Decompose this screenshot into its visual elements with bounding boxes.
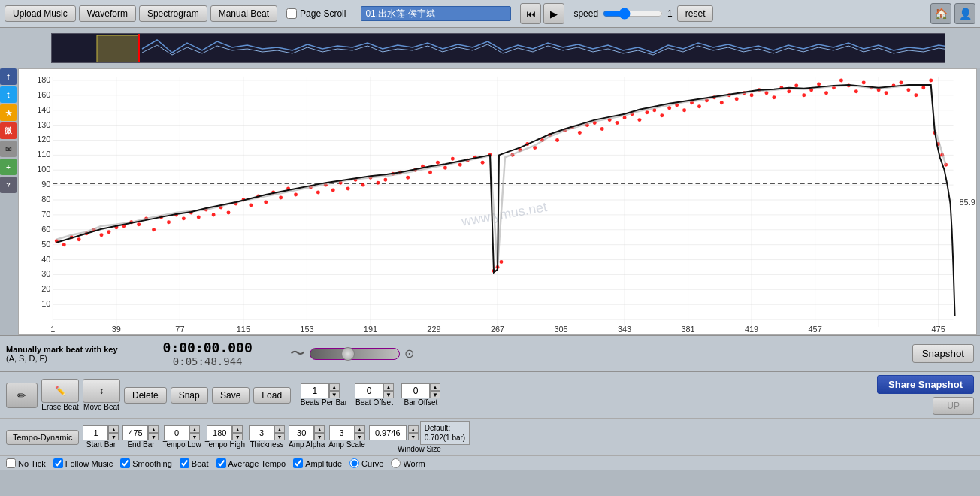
beat-offset-down[interactable]: ▼ bbox=[383, 391, 394, 398]
window-size-down[interactable]: ▼ bbox=[408, 433, 419, 440]
amp-scale-up[interactable]: ▲ bbox=[355, 425, 365, 433]
no-tick-checkbox[interactable] bbox=[6, 458, 16, 468]
amplitude-checkbox[interactable] bbox=[293, 458, 303, 468]
svg-point-142 bbox=[600, 127, 604, 131]
bar-offset-down[interactable]: ▼ bbox=[430, 391, 440, 398]
help-button[interactable]: ? bbox=[0, 177, 17, 193]
play-button[interactable]: ▶ bbox=[543, 3, 564, 24]
mail-button[interactable]: ✉ bbox=[0, 141, 17, 157]
beat-offset-group: ▲ ▼ Beat Offset bbox=[355, 383, 394, 407]
svg-text:267: 267 bbox=[491, 325, 504, 334]
svg-point-148 bbox=[645, 110, 649, 114]
beat-label[interactable]: Beat bbox=[180, 458, 209, 468]
speed-slider[interactable] bbox=[603, 8, 663, 20]
erase-beat-btn[interactable]: ✏️ bbox=[41, 379, 79, 403]
save-button[interactable]: Save bbox=[212, 387, 250, 404]
reset-button[interactable]: reset bbox=[677, 5, 714, 22]
thickness-label: Thickness bbox=[250, 440, 283, 449]
home-button[interactable]: 🏠 bbox=[930, 3, 951, 24]
weibo-button[interactable]: 微 bbox=[0, 122, 17, 139]
tempo-high-input[interactable] bbox=[207, 425, 232, 440]
start-bar-up[interactable]: ▲ bbox=[108, 425, 119, 433]
upload-music-button[interactable]: Upload Music bbox=[5, 5, 76, 22]
amp-alpha-down[interactable]: ▼ bbox=[314, 433, 325, 440]
beat-checkbox[interactable] bbox=[180, 458, 189, 468]
svg-text:70: 70 bbox=[41, 210, 50, 219]
waveform-icon: 〜 bbox=[290, 343, 305, 364]
window-size-up[interactable]: ▲ bbox=[408, 425, 419, 433]
amp-alpha-up[interactable]: ▲ bbox=[314, 425, 325, 433]
thickness-down[interactable]: ▼ bbox=[274, 433, 285, 440]
tempo-low-up[interactable]: ▲ bbox=[189, 425, 200, 433]
spectrogram-button[interactable]: Spectrogram bbox=[139, 5, 207, 22]
bar-offset-input[interactable] bbox=[401, 383, 430, 398]
social-sidebar: f t ★ 微 ✉ + ? bbox=[0, 68, 17, 335]
beat-offset-input[interactable] bbox=[355, 383, 383, 398]
thickness-input[interactable] bbox=[249, 425, 274, 440]
up-button[interactable]: UP bbox=[933, 397, 974, 415]
average-tempo-label[interactable]: Average Tempo bbox=[216, 458, 286, 468]
window-size-input[interactable] bbox=[369, 425, 407, 440]
chart-area[interactable]: 180 160 140 130 120 110 100 90 80 70 60 … bbox=[18, 68, 977, 335]
tempo-low-down[interactable]: ▼ bbox=[189, 433, 200, 440]
facebook-button[interactable]: f bbox=[0, 68, 17, 85]
curve-radio-label[interactable]: Curve bbox=[349, 458, 383, 468]
follow-music-label[interactable]: Follow Music bbox=[53, 458, 113, 468]
tempo-dynamic-button[interactable]: Tempo-Dynamic bbox=[6, 430, 79, 445]
curve-radio[interactable] bbox=[349, 458, 359, 468]
move-beat-group: ↕️ Move Beat bbox=[83, 379, 120, 411]
no-tick-label[interactable]: No Tick bbox=[6, 458, 46, 468]
waveform-slider-thumb[interactable] bbox=[341, 347, 355, 361]
end-bar-input[interactable] bbox=[122, 425, 148, 440]
average-tempo-checkbox[interactable] bbox=[216, 458, 226, 468]
delete-button[interactable]: Delete bbox=[124, 387, 167, 404]
manual-beat-button[interactable]: Manual Beat bbox=[210, 5, 277, 22]
person-button[interactable]: 👤 bbox=[954, 3, 975, 24]
beats-per-bar-down[interactable]: ▼ bbox=[329, 391, 340, 398]
worm-radio-label[interactable]: Worm bbox=[391, 458, 425, 468]
waveform-end-icon: ⊙ bbox=[404, 346, 414, 361]
amp-alpha-input[interactable] bbox=[289, 425, 314, 440]
svg-point-165 bbox=[772, 95, 776, 99]
smoothing-label[interactable]: Smoothing bbox=[120, 458, 172, 468]
rewind-button[interactable]: ⏮ bbox=[520, 3, 541, 24]
start-bar-input[interactable] bbox=[83, 425, 108, 440]
favorites-button[interactable]: ★ bbox=[0, 104, 17, 121]
page-scroll-checkbox[interactable] bbox=[286, 8, 297, 19]
start-bar-down[interactable]: ▼ bbox=[108, 433, 119, 440]
page-scroll-label: Page Scroll bbox=[300, 8, 346, 19]
waveform-overview[interactable] bbox=[51, 33, 945, 63]
svg-text:160: 160 bbox=[37, 90, 50, 99]
snap-button[interactable]: Snap bbox=[171, 387, 208, 404]
twitter-button[interactable]: t bbox=[0, 86, 17, 103]
erase-beat-button[interactable]: ✏ bbox=[6, 383, 38, 408]
follow-music-checkbox[interactable] bbox=[53, 458, 63, 468]
svg-rect-2 bbox=[138, 34, 140, 62]
beats-per-bar-input[interactable] bbox=[301, 383, 329, 398]
move-beat-btn[interactable]: ↕️ bbox=[83, 379, 120, 403]
amplitude-label[interactable]: Amplitude bbox=[293, 458, 342, 468]
plus-button[interactable]: + bbox=[0, 159, 17, 175]
svg-text:457: 457 bbox=[808, 325, 821, 334]
tempo-high-up[interactable]: ▲ bbox=[232, 425, 243, 433]
bar-offset-group: ▲ ▼ Bar Offset bbox=[401, 383, 440, 407]
waveform-slider-track[interactable] bbox=[310, 348, 400, 360]
end-bar-down[interactable]: ▼ bbox=[148, 433, 159, 440]
bar-offset-up[interactable]: ▲ bbox=[430, 383, 440, 391]
amp-scale-down[interactable]: ▼ bbox=[355, 433, 365, 440]
share-snapshot-button[interactable]: Share Snapshot bbox=[877, 375, 974, 394]
tempo-low-input[interactable] bbox=[164, 425, 189, 440]
snapshot-button[interactable]: Snapshot bbox=[912, 344, 974, 363]
worm-radio[interactable] bbox=[391, 458, 401, 468]
smoothing-checkbox[interactable] bbox=[120, 458, 130, 468]
end-bar-up[interactable]: ▲ bbox=[148, 425, 159, 433]
track-name-input[interactable] bbox=[361, 6, 511, 21]
beats-per-bar-up[interactable]: ▲ bbox=[329, 383, 340, 391]
waveform-button[interactable]: Waveform bbox=[79, 5, 136, 22]
tempo-high-down[interactable]: ▼ bbox=[232, 433, 243, 440]
load-button[interactable]: Load bbox=[253, 387, 291, 404]
svg-point-90 bbox=[212, 213, 216, 216]
thickness-up[interactable]: ▲ bbox=[274, 425, 285, 433]
amp-scale-input[interactable] bbox=[329, 425, 355, 440]
beat-offset-up[interactable]: ▲ bbox=[383, 383, 394, 391]
